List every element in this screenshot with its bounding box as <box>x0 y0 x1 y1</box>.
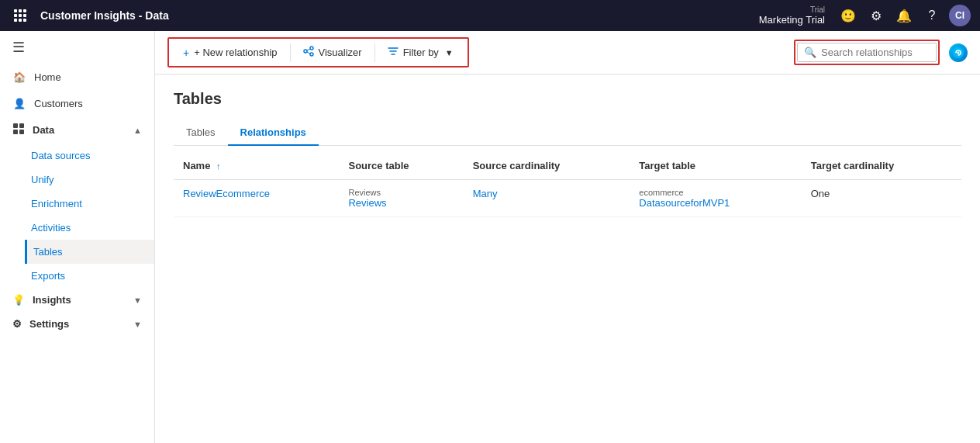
visualizer-button[interactable]: Visualizer <box>295 42 370 63</box>
svg-point-5 <box>310 47 313 50</box>
tab-tables[interactable]: Tables <box>174 120 228 146</box>
col-header-source-cardinality: Source cardinality <box>464 152 630 180</box>
sidebar-section-insights-label: Insights <box>33 294 71 306</box>
col-source-cardinality-label: Source cardinality <box>473 160 561 171</box>
page-content: Tables Tables Relationships Name ↑ <box>155 74 980 443</box>
settings-chevron-icon: ▼ <box>133 320 142 329</box>
svg-rect-2 <box>13 130 18 134</box>
home-icon: 🏠 <box>12 70 26 84</box>
sidebar-item-data-sources-label: Data sources <box>31 150 91 161</box>
insights-chevron-icon: ▼ <box>133 296 142 305</box>
svg-line-7 <box>307 49 310 50</box>
col-header-name: Name ↑ <box>174 152 339 180</box>
search-icon: 🔍 <box>804 47 816 58</box>
cell-source-cardinality: Many <box>464 180 630 217</box>
sidebar-item-activities[interactable]: Activities <box>25 216 154 240</box>
table-row: ReviewEcommerce Reviews Reviews Many eco… <box>174 180 961 217</box>
settings-button[interactable]: ⚙ <box>865 5 887 26</box>
sidebar-item-customers-label: Customers <box>34 98 83 109</box>
new-relationship-button[interactable]: + + New relationship <box>175 43 285 63</box>
toolbar-divider-2 <box>374 43 375 62</box>
sidebar-item-tables[interactable]: Tables <box>25 240 154 264</box>
user-avatar[interactable]: CI <box>949 5 971 26</box>
data-chevron-icon: ▲ <box>133 126 142 135</box>
sidebar-item-unify-label: Unify <box>31 174 54 185</box>
sidebar-item-tables-label: Tables <box>33 246 63 258</box>
org-name: Marketing Trial <box>759 14 825 26</box>
customers-icon: 👤 <box>12 96 26 110</box>
app-title: Customer Insights - Data <box>40 9 759 22</box>
sidebar-item-exports[interactable]: Exports <box>25 264 154 288</box>
sidebar-item-enrichment-label: Enrichment <box>31 198 82 209</box>
source-table-link[interactable]: Reviews <box>348 197 454 209</box>
target-table-link[interactable]: DatasourceforMVP1 <box>639 197 792 209</box>
svg-point-6 <box>310 53 313 56</box>
filter-chevron-icon: ▼ <box>445 48 454 57</box>
sidebar-section-data[interactable]: Data ▲ <box>0 116 154 144</box>
settings-sidebar-icon: ⚙ <box>12 318 22 330</box>
search-relationships-box[interactable]: 🔍 <box>797 43 937 62</box>
relationships-table: Name ↑ Source table Source cardinality T… <box>174 152 961 217</box>
sidebar-toggle-button[interactable]: ☰ <box>0 31 154 64</box>
sidebar-section-settings-label: Settings <box>29 318 69 330</box>
waffle-menu-button[interactable] <box>9 5 31 26</box>
search-box-wrapper: 🔍 <box>794 40 940 65</box>
sidebar-section-settings[interactable]: ⚙ Settings ▼ <box>0 312 154 336</box>
waffle-icon <box>14 9 26 22</box>
svg-rect-3 <box>19 130 24 134</box>
table-header-row: Name ↑ Source table Source cardinality T… <box>174 152 961 180</box>
sidebar-item-enrichment[interactable]: Enrichment <box>25 192 154 216</box>
new-relationship-label: + New relationship <box>194 47 277 58</box>
sidebar: ☰ 🏠 Home 👤 Customers Data ▲ Data sources… <box>0 31 155 443</box>
col-source-table-label: Source table <box>348 160 409 171</box>
topbar: Customer Insights - Data Trial Marketing… <box>0 0 980 31</box>
sidebar-item-activities-label: Activities <box>31 222 71 234</box>
source-cardinality-value: Many <box>473 188 498 199</box>
org-info: Trial Marketing Trial <box>759 5 825 26</box>
svg-point-10 <box>958 51 960 54</box>
sidebar-item-unify[interactable]: Unify <box>25 168 154 192</box>
col-header-source-table: Source table <box>339 152 463 180</box>
cell-source-table: Reviews Reviews <box>339 180 463 217</box>
filter-by-button[interactable]: Filter by ▼ <box>380 42 461 63</box>
svg-line-8 <box>307 52 310 54</box>
visualizer-label: Visualizer <box>319 47 362 58</box>
page-title: Tables <box>174 90 961 108</box>
svg-rect-0 <box>13 123 18 128</box>
trial-label: Trial <box>810 5 825 14</box>
help-button[interactable]: ? <box>921 5 943 26</box>
source-table-sub-label: Reviews <box>348 188 454 197</box>
topbar-right: Trial Marketing Trial 🙂 ⚙ 🔔 ? CI <box>759 5 971 26</box>
ci-app-logo <box>949 43 968 62</box>
sidebar-section-insights[interactable]: 💡 Insights ▼ <box>0 288 154 312</box>
sidebar-item-exports-label: Exports <box>31 270 65 282</box>
col-header-target-table: Target table <box>630 152 801 180</box>
target-cardinality-value: One <box>811 188 830 199</box>
tab-relationships-label: Relationships <box>240 126 306 138</box>
filter-icon <box>388 46 399 59</box>
notification-button[interactable]: 🔔 <box>893 5 915 26</box>
svg-rect-1 <box>19 123 24 128</box>
sidebar-sub-data: Data sources Unify Enrichment Activities… <box>0 144 154 288</box>
sidebar-item-home[interactable]: 🏠 Home <box>0 64 154 90</box>
plus-icon: + <box>183 47 189 59</box>
toolbar: + + New relationship Visualize <box>155 31 980 74</box>
cell-target-cardinality: One <box>802 180 961 217</box>
insights-icon: 💡 <box>12 294 25 306</box>
sidebar-section-data-label: Data <box>33 124 54 136</box>
col-target-cardinality-label: Target cardinality <box>811 160 894 171</box>
sort-icon: ↑ <box>216 161 221 171</box>
tabs: Tables Relationships <box>174 120 961 146</box>
search-relationships-input[interactable] <box>821 47 930 58</box>
sidebar-item-customers[interactable]: 👤 Customers <box>0 90 154 116</box>
target-table-sub-label: ecommerce <box>639 188 792 197</box>
tab-relationships[interactable]: Relationships <box>228 120 319 146</box>
visualizer-icon <box>303 46 314 59</box>
sidebar-item-home-label: Home <box>34 71 61 83</box>
tab-tables-label: Tables <box>186 126 216 138</box>
cell-target-table: ecommerce DatasourceforMVP1 <box>630 180 801 217</box>
filter-by-label: Filter by <box>403 47 439 58</box>
relationship-name-link[interactable]: ReviewEcommerce <box>183 188 270 199</box>
sidebar-item-data-sources[interactable]: Data sources <box>25 144 154 168</box>
feedback-button[interactable]: 🙂 <box>837 5 859 26</box>
